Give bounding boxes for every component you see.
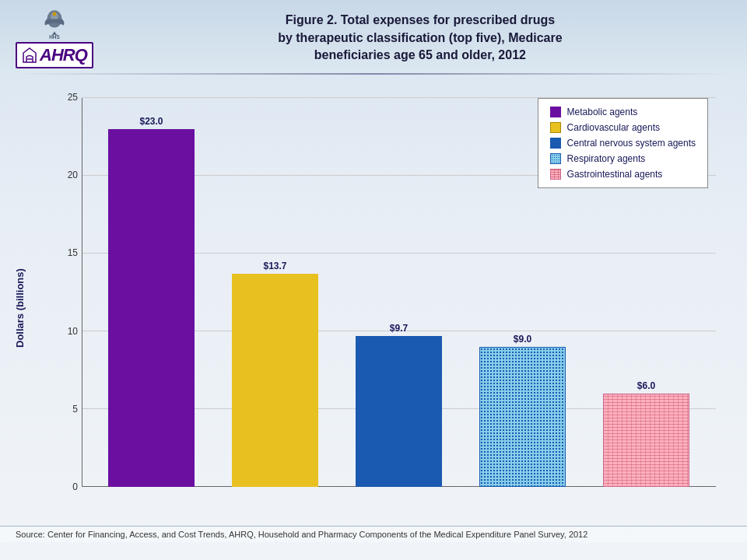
svg-point-2 — [52, 12, 56, 16]
chart-legend: Metabolic agentsCardiovascular agentsCen… — [538, 98, 708, 188]
bar-cns — [356, 336, 442, 487]
y-tick-label: 15 — [58, 247, 78, 258]
legend-swatch-respiratory — [550, 153, 561, 164]
title-line1: Figure 2. Total expenses for prescribed … — [286, 13, 555, 26]
source-text: Source: Center for Financing, Access, an… — [16, 530, 587, 539]
bar-value-metabolic: $23.0 — [139, 116, 163, 127]
y-tick-label: 25 — [58, 92, 78, 103]
bar-group-cns: $9.7 — [345, 98, 453, 487]
legend-swatch-metabolic — [550, 107, 561, 117]
legend-item-respiratory: Respiratory agents — [550, 153, 696, 164]
legend-swatch-cns — [550, 138, 561, 149]
legend-swatch-gastrointestinal — [550, 169, 561, 180]
y-axis-label: Dollars (billions) — [8, 98, 31, 518]
legend-label-cns: Central nervous system agents — [567, 138, 696, 149]
legend-label-cardiovascular: Cardiovascular agents — [567, 122, 660, 133]
bar-group-cardiovascular: $13.7 — [221, 98, 329, 487]
y-tick-label: 5 — [58, 404, 78, 415]
bar-value-gastrointestinal: $6.0 — [637, 380, 655, 391]
bar-value-respiratory: $9.0 — [514, 334, 531, 345]
svg-text:HHS: HHS — [49, 34, 60, 39]
chart-footer: Source: Center for Financing, Access, an… — [0, 526, 747, 542]
bar-gastrointestinal — [603, 394, 689, 487]
bar-group-metabolic: $23.0 — [97, 98, 205, 487]
legend-item-metabolic: Metabolic agents — [550, 107, 696, 117]
page-header: HHS AHRQ Figure 2. Total expenses for pr… — [0, 0, 747, 73]
bar-value-cns: $9.7 — [390, 323, 408, 334]
logo-area: HHS AHRQ — [16, 8, 93, 68]
bar-metabolic — [108, 129, 195, 487]
legend-item-cns: Central nervous system agents — [550, 138, 696, 149]
bar-cardiovascular — [232, 274, 318, 487]
legend-label-gastrointestinal: Gastrointestinal agents — [567, 169, 663, 180]
chart-title: Figure 2. Total expenses for prescribed … — [109, 12, 731, 64]
title-line3: beneficiaries age 65 and older, 2012 — [314, 48, 526, 61]
ahrq-text: AHRQ — [40, 45, 87, 65]
bar-respiratory — [479, 347, 566, 487]
y-tick-label: 0 — [58, 481, 78, 492]
bar-value-cardiovascular: $13.7 — [263, 261, 286, 271]
y-tick-label: 20 — [58, 170, 78, 180]
legend-item-cardiovascular: Cardiovascular agents — [550, 122, 696, 133]
hhs-logo-icon: HHS — [39, 8, 70, 39]
chart-container: Dollars (billions) 0510152025 $23.0$13.7… — [0, 75, 747, 526]
chart-area: 0510152025 $23.0$13.7$9.7$9.0$6.0 Metabo… — [39, 82, 724, 518]
legend-label-respiratory: Respiratory agents — [567, 153, 646, 164]
y-tick-label: 10 — [58, 326, 78, 337]
legend-label-metabolic: Metabolic agents — [567, 107, 638, 117]
title-line2: by therapeutic classification (top five)… — [278, 31, 562, 44]
legend-swatch-cardiovascular — [550, 122, 561, 133]
legend-item-gastrointestinal: Gastrointestinal agents — [550, 169, 696, 180]
ahrq-logo: AHRQ — [16, 42, 93, 68]
